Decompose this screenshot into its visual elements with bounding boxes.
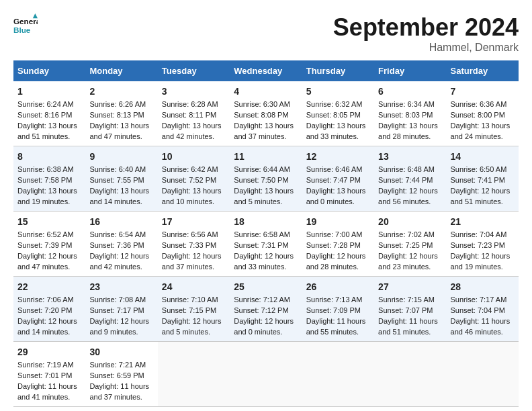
daylight-label: Daylight: 13 hours and 47 minutes. bbox=[89, 122, 149, 140]
daylight-label: Daylight: 11 hours and 51 minutes. bbox=[378, 317, 438, 336]
sunrise-label: Sunrise: 7:04 AM bbox=[451, 230, 507, 238]
daylight-label: Daylight: 12 hours and 28 minutes. bbox=[306, 252, 366, 271]
day-number: 6 bbox=[378, 85, 442, 98]
daylight-label: Daylight: 13 hours and 42 minutes. bbox=[162, 122, 222, 140]
day-cell-27: 27Sunrise: 7:15 AMSunset: 7:07 PMDayligh… bbox=[374, 277, 446, 342]
sunset-label: Sunset: 7:33 PM bbox=[162, 241, 216, 249]
day-cell-28: 28Sunrise: 7:17 AMSunset: 7:04 PMDayligh… bbox=[447, 277, 519, 342]
daylight-label: Daylight: 13 hours and 0 minutes. bbox=[306, 187, 366, 205]
logo-icon: General Blue bbox=[13, 13, 38, 38]
sunset-label: Sunset: 8:00 PM bbox=[451, 111, 505, 119]
day-cell-29: 29Sunrise: 7:19 AMSunset: 7:01 PMDayligh… bbox=[13, 342, 85, 407]
sunrise-label: Sunrise: 6:46 AM bbox=[306, 165, 363, 173]
day-cell-22: 22Sunrise: 7:06 AMSunset: 7:20 PMDayligh… bbox=[13, 277, 85, 342]
sunrise-label: Sunrise: 7:00 AM bbox=[306, 230, 363, 238]
day-cell-25: 25Sunrise: 7:12 AMSunset: 7:12 PMDayligh… bbox=[230, 277, 302, 342]
day-cell-18: 18Sunrise: 6:58 AMSunset: 7:31 PMDayligh… bbox=[230, 212, 302, 277]
sunrise-label: Sunrise: 6:24 AM bbox=[17, 100, 74, 108]
sunrise-label: Sunrise: 6:44 AM bbox=[234, 165, 290, 173]
sunset-label: Sunset: 7:31 PM bbox=[234, 241, 288, 249]
sunrise-label: Sunrise: 7:13 AM bbox=[306, 295, 363, 304]
day-number: 10 bbox=[162, 150, 226, 163]
calendar-week-row: 8Sunrise: 6:38 AMSunset: 7:58 PMDaylight… bbox=[13, 146, 519, 212]
sunset-label: Sunset: 8:16 PM bbox=[17, 111, 72, 119]
daylight-label: Daylight: 13 hours and 24 minutes. bbox=[451, 122, 511, 140]
day-number: 12 bbox=[306, 150, 370, 163]
day-cell-16: 16Sunrise: 6:54 AMSunset: 7:36 PMDayligh… bbox=[85, 212, 157, 277]
day-cell-5: 5Sunrise: 6:32 AMSunset: 8:05 PMDaylight… bbox=[302, 81, 374, 146]
day-cell-13: 13Sunrise: 6:48 AMSunset: 7:44 PMDayligh… bbox=[374, 146, 446, 212]
day-number: 26 bbox=[306, 280, 370, 293]
sunset-label: Sunset: 7:12 PM bbox=[234, 306, 288, 314]
sunset-label: Sunset: 7:28 PM bbox=[306, 241, 361, 249]
day-number: 19 bbox=[306, 215, 370, 228]
day-number: 25 bbox=[234, 280, 298, 293]
daylight-label: Daylight: 13 hours and 51 minutes. bbox=[17, 122, 77, 140]
sunrise-label: Sunrise: 6:52 AM bbox=[17, 230, 74, 238]
day-cell-17: 17Sunrise: 6:56 AMSunset: 7:33 PMDayligh… bbox=[158, 212, 230, 277]
day-number: 27 bbox=[378, 280, 442, 293]
day-cell-6: 6Sunrise: 6:34 AMSunset: 8:03 PMDaylight… bbox=[374, 81, 446, 146]
sunset-label: Sunset: 8:08 PM bbox=[234, 111, 288, 119]
calendar-table: Sunday Monday Tuesday Wednesday Thursday… bbox=[13, 60, 519, 407]
daylight-label: Daylight: 11 hours and 37 minutes. bbox=[89, 382, 149, 401]
location-title: Hammel, Denmark bbox=[333, 42, 519, 54]
day-number: 29 bbox=[17, 345, 81, 359]
svg-marker-2 bbox=[33, 13, 38, 18]
sunset-label: Sunset: 8:13 PM bbox=[89, 111, 144, 119]
sunrise-label: Sunrise: 6:36 AM bbox=[451, 100, 507, 108]
sunrise-label: Sunrise: 6:56 AM bbox=[162, 230, 218, 238]
day-number: 17 bbox=[162, 215, 226, 228]
daylight-label: Daylight: 12 hours and 9 minutes. bbox=[89, 317, 149, 336]
daylight-label: Daylight: 12 hours and 42 minutes. bbox=[89, 252, 149, 271]
calendar-week-row: 29Sunrise: 7:19 AMSunset: 7:01 PMDayligh… bbox=[13, 342, 519, 407]
sunrise-label: Sunrise: 7:08 AM bbox=[89, 295, 146, 304]
sunset-label: Sunset: 7:52 PM bbox=[162, 176, 216, 184]
sunrise-label: Sunrise: 6:48 AM bbox=[378, 165, 435, 173]
header-sunday: Sunday bbox=[13, 60, 85, 81]
day-cell-26: 26Sunrise: 7:13 AMSunset: 7:09 PMDayligh… bbox=[302, 277, 374, 342]
sunset-label: Sunset: 7:25 PM bbox=[378, 241, 433, 249]
sunrise-label: Sunrise: 7:19 AM bbox=[17, 361, 74, 369]
day-number: 11 bbox=[234, 150, 298, 163]
day-number: 7 bbox=[451, 85, 515, 98]
empty-cell bbox=[374, 342, 446, 407]
sunset-label: Sunset: 7:01 PM bbox=[17, 371, 72, 379]
empty-cell bbox=[158, 342, 230, 407]
daylight-label: Daylight: 11 hours and 46 minutes. bbox=[451, 317, 511, 336]
day-cell-20: 20Sunrise: 7:02 AMSunset: 7:25 PMDayligh… bbox=[374, 212, 446, 277]
sunrise-label: Sunrise: 7:15 AM bbox=[378, 295, 435, 304]
sunset-label: Sunset: 7:15 PM bbox=[162, 306, 216, 314]
day-number: 14 bbox=[451, 150, 515, 163]
daylight-label: Daylight: 12 hours and 14 minutes. bbox=[17, 317, 77, 336]
day-number: 21 bbox=[451, 215, 515, 228]
sunset-label: Sunset: 7:58 PM bbox=[17, 176, 72, 184]
sunrise-label: Sunrise: 6:26 AM bbox=[89, 100, 146, 108]
empty-cell bbox=[302, 342, 374, 407]
day-number: 15 bbox=[17, 215, 81, 228]
day-number: 18 bbox=[234, 215, 298, 228]
month-title: September 2024 bbox=[333, 13, 519, 42]
daylight-label: Daylight: 13 hours and 28 minutes. bbox=[378, 122, 438, 140]
sunset-label: Sunset: 7:47 PM bbox=[306, 176, 361, 184]
sunset-label: Sunset: 7:41 PM bbox=[451, 176, 505, 184]
sunrise-label: Sunrise: 7:17 AM bbox=[451, 295, 507, 304]
daylight-label: Daylight: 13 hours and 10 minutes. bbox=[162, 187, 222, 205]
day-number: 22 bbox=[17, 280, 81, 293]
header-monday: Monday bbox=[85, 60, 157, 81]
day-cell-19: 19Sunrise: 7:00 AMSunset: 7:28 PMDayligh… bbox=[302, 212, 374, 277]
daylight-label: Daylight: 12 hours and 37 minutes. bbox=[162, 252, 222, 271]
daylight-label: Daylight: 12 hours and 19 minutes. bbox=[451, 252, 511, 271]
day-cell-21: 21Sunrise: 7:04 AMSunset: 7:23 PMDayligh… bbox=[447, 212, 519, 277]
day-number: 9 bbox=[89, 150, 153, 163]
day-number: 8 bbox=[17, 150, 81, 163]
day-cell-10: 10Sunrise: 6:42 AMSunset: 7:52 PMDayligh… bbox=[158, 146, 230, 212]
sunset-label: Sunset: 8:05 PM bbox=[306, 111, 361, 119]
daylight-label: Daylight: 12 hours and 56 minutes. bbox=[378, 187, 438, 205]
day-number: 2 bbox=[89, 85, 153, 98]
sunset-label: Sunset: 7:09 PM bbox=[306, 306, 361, 314]
sunrise-label: Sunrise: 7:10 AM bbox=[162, 295, 218, 304]
day-number: 30 bbox=[89, 345, 153, 359]
daylight-label: Daylight: 12 hours and 23 minutes. bbox=[378, 252, 438, 271]
calendar-week-row: 1Sunrise: 6:24 AMSunset: 8:16 PMDaylight… bbox=[13, 81, 519, 146]
